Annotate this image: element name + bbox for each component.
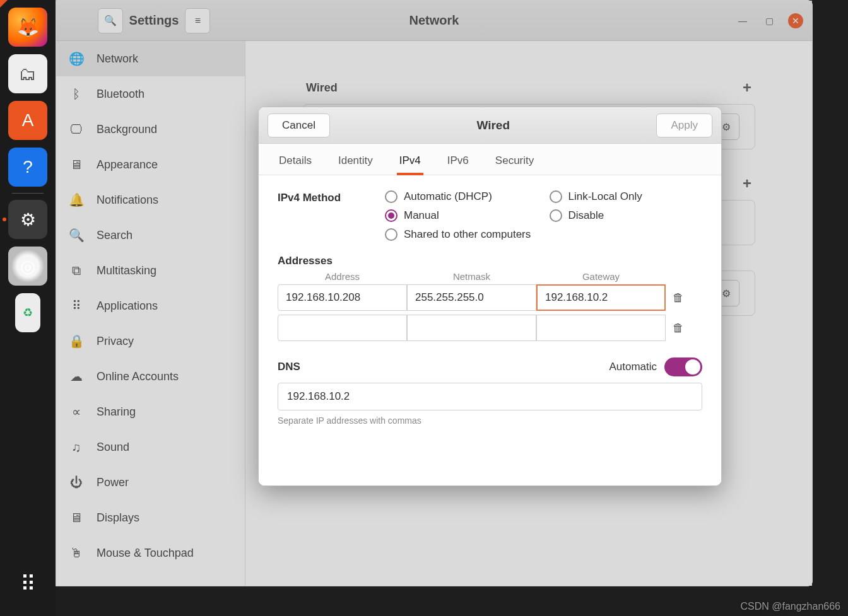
radio-disable[interactable]: Disable xyxy=(550,209,703,222)
settings-window: 🔍 Settings ≡ Network — ▢ ✕ 🌐Network ᛒBlu… xyxy=(56,0,813,586)
address-input[interactable] xyxy=(278,284,407,311)
dialog-title: Wired xyxy=(476,119,510,132)
dock-separator xyxy=(12,193,44,194)
cancel-button[interactable]: Cancel xyxy=(268,113,330,137)
disc-icon: ◎ xyxy=(20,256,35,277)
dns-hint: Separate IP addresses with commas xyxy=(278,416,702,426)
address-row: 🗑 xyxy=(278,284,702,311)
col-netmask: Netmask xyxy=(407,271,536,282)
radio-auto-dhcp[interactable]: Automatic (DHCP) xyxy=(385,190,538,203)
dock-ubuntu-software[interactable]: A xyxy=(8,101,47,140)
radio-icon xyxy=(385,190,398,203)
ubuntu-dock: 🦊 🗂 A ? ⚙ ◎ ♻ ⠿ xyxy=(0,0,56,616)
recycle-icon: ♻ xyxy=(23,306,33,320)
dock-files[interactable]: 🗂 xyxy=(8,54,47,93)
delete-row-button[interactable]: 🗑 xyxy=(666,322,691,335)
radio-icon xyxy=(385,209,398,222)
gear-icon: ⚙ xyxy=(20,209,36,230)
dock-show-applications[interactable]: ⠿ xyxy=(8,564,47,603)
col-gateway: Gateway xyxy=(536,271,666,282)
apply-label: Apply xyxy=(671,119,698,132)
trash-icon: 🗑 xyxy=(673,322,684,335)
apply-button[interactable]: Apply xyxy=(656,113,712,137)
radio-label: Shared to other computers xyxy=(404,228,531,241)
address-row: 🗑 xyxy=(278,315,702,341)
apps-grid-icon: ⠿ xyxy=(20,571,36,596)
dns-input[interactable] xyxy=(278,383,702,410)
watermark: CSDN @fangzhan666 xyxy=(740,601,840,612)
dock-firefox[interactable]: 🦊 xyxy=(8,8,47,47)
trash-icon: 🗑 xyxy=(673,291,684,305)
tab-identity[interactable]: Identity xyxy=(336,147,375,175)
dock-disc[interactable]: ◎ xyxy=(8,247,47,286)
help-icon: ? xyxy=(23,157,33,177)
tab-details[interactable]: Details xyxy=(276,147,314,175)
dock-trash[interactable]: ♻ xyxy=(15,293,40,332)
dns-title: DNS xyxy=(278,361,300,373)
radio-shared[interactable]: Shared to other computers xyxy=(385,228,702,241)
radio-icon xyxy=(550,209,562,222)
delete-row-button[interactable]: 🗑 xyxy=(666,291,691,305)
dns-auto-label: Automatic xyxy=(609,361,657,373)
address-input[interactable] xyxy=(278,315,407,341)
toggle-knob xyxy=(685,359,700,375)
netmask-input[interactable] xyxy=(407,315,536,341)
ipv4-method-label: IPv4 Method xyxy=(278,190,385,241)
activities-hot-corner[interactable] xyxy=(0,0,8,8)
dns-auto-toggle[interactable] xyxy=(664,357,702,376)
tab-ipv4[interactable]: IPv4 xyxy=(397,147,423,175)
software-icon: A xyxy=(22,110,34,131)
dock-settings[interactable]: ⚙ xyxy=(8,200,47,239)
radio-label: Link-Local Only xyxy=(568,190,642,203)
addresses-title: Addresses xyxy=(278,255,702,267)
dialog-headerbar: Cancel Wired Apply xyxy=(259,107,721,144)
col-address: Address xyxy=(278,271,407,282)
dialog-tabs: Details Identity IPv4 IPv6 Security xyxy=(259,144,721,175)
radio-icon xyxy=(385,228,398,241)
radio-label: Disable xyxy=(568,209,604,222)
dialog-body: IPv4 Method Automatic (DHCP) Link-Local … xyxy=(259,175,721,485)
cancel-label: Cancel xyxy=(282,119,315,132)
radio-link-local[interactable]: Link-Local Only xyxy=(550,190,703,203)
firefox-icon: 🦊 xyxy=(17,17,39,38)
radio-manual[interactable]: Manual xyxy=(385,209,538,222)
tab-ipv6[interactable]: IPv6 xyxy=(445,147,471,175)
radio-icon xyxy=(550,190,562,203)
gateway-input[interactable] xyxy=(536,315,666,341)
radio-label: Manual xyxy=(404,209,439,222)
dock-help[interactable]: ? xyxy=(8,148,47,187)
wired-connection-dialog: Cancel Wired Apply Details Identity IPv4… xyxy=(258,107,722,486)
radio-label: Automatic (DHCP) xyxy=(404,190,492,203)
netmask-input[interactable] xyxy=(407,284,536,311)
folder-icon: 🗂 xyxy=(19,64,37,84)
tab-security[interactable]: Security xyxy=(493,147,536,175)
gateway-input[interactable] xyxy=(536,284,666,311)
